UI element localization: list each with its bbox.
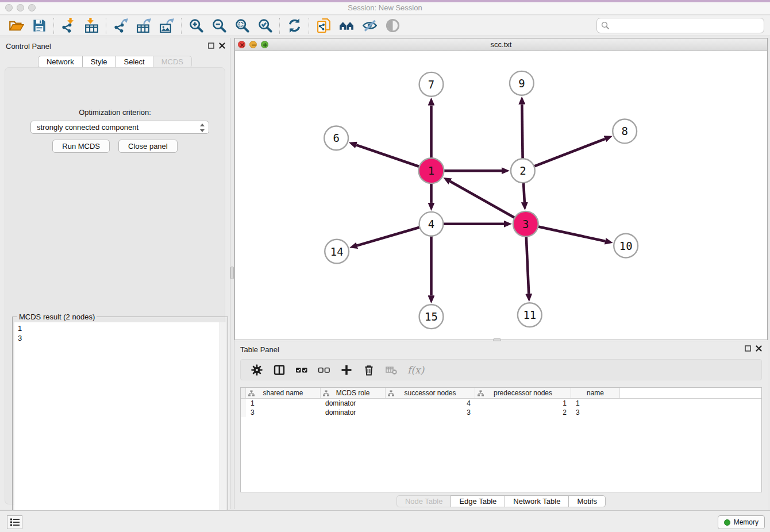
criterion-select[interactable]: strongly connected component: [30, 121, 209, 134]
tab-network-table[interactable]: Network Table: [505, 495, 569, 507]
close-panel-button[interactable]: Close panel: [118, 140, 178, 153]
mcds-result-text[interactable]: 1 3: [14, 322, 219, 532]
graph-edge-2-3[interactable]: [523, 181, 525, 202]
show-all-button[interactable]: [381, 17, 404, 35]
graph-node-label-11: 11: [523, 309, 536, 321]
export-table-icon: [136, 18, 152, 33]
network-window-titlebar[interactable]: scc.txt: [235, 38, 767, 51]
cell-mcds-role: dominator: [321, 408, 386, 417]
export-network-icon: [113, 18, 129, 33]
memory-button[interactable]: Memory: [718, 515, 765, 529]
tab-mcds[interactable]: MCDS: [153, 56, 192, 68]
export-table-button[interactable]: [132, 17, 155, 35]
node-table: shared nameMCDS rolesuccessor nodesprede…: [240, 387, 762, 492]
graph-edge-3-11[interactable]: [526, 235, 529, 294]
network-graph[interactable]: 7968124314101511: [235, 51, 767, 340]
column-header-predecessor-nodes[interactable]: predecessor nodes: [475, 388, 571, 398]
zoom-out-button[interactable]: [207, 17, 230, 35]
column-header-label: name: [587, 389, 604, 397]
export-network-button[interactable]: [109, 17, 132, 35]
double-home-icon: [339, 18, 355, 33]
table-panel-tabset: Node Table Edge Table Network Table Moti…: [396, 495, 606, 507]
status-bar: Memory: [0, 510, 770, 532]
column-header-shared-name[interactable]: shared name: [246, 388, 321, 398]
clone-network-icon: [316, 18, 332, 33]
zoom-fit-button[interactable]: [230, 17, 253, 35]
save-session-button[interactable]: [28, 17, 51, 35]
vertical-splitter[interactable]: [230, 38, 234, 509]
result-scrollbar[interactable]: [220, 322, 226, 532]
column-type-icon: [388, 390, 394, 396]
close-table-panel-icon[interactable]: [756, 345, 762, 352]
tab-style[interactable]: Style: [82, 56, 116, 68]
graph-node-label-9: 9: [518, 77, 525, 90]
tab-edge-table[interactable]: Edge Table: [451, 495, 505, 507]
control-panel-title: Control Panel: [6, 42, 51, 51]
import-table-button[interactable]: [80, 17, 103, 35]
graph-node-label-8: 8: [621, 125, 627, 137]
graph-edge-2-9[interactable]: [522, 105, 522, 161]
row-gutter: [241, 408, 246, 417]
cell-name: 3: [571, 408, 620, 417]
graph-edge-1-6[interactable]: [356, 145, 421, 167]
run-mcds-button[interactable]: Run MCDS: [52, 140, 110, 153]
graph-node-label-7: 7: [428, 78, 434, 91]
table-corner-gutter: [241, 388, 246, 398]
column-type-icon: [478, 390, 484, 396]
apply-layout-button[interactable]: [283, 17, 306, 35]
task-history-button[interactable]: [7, 515, 22, 529]
new-network-from-selection-button[interactable]: [312, 17, 335, 35]
select-stepper-icon: [199, 123, 205, 133]
float-panel-icon[interactable]: [208, 43, 214, 49]
close-panel-icon[interactable]: [219, 43, 225, 49]
horizontal-splitter-grip[interactable]: [493, 338, 501, 341]
tab-motifs[interactable]: Motifs: [568, 495, 606, 507]
optimization-criterion-label: Optimization criterion:: [5, 108, 225, 117]
graph-node-label-1: 1: [428, 164, 434, 177]
graph-edge-4-14[interactable]: [357, 227, 421, 246]
network-canvas[interactable]: 7968124314101511: [235, 51, 767, 340]
select-all-button[interactable]: [295, 364, 308, 376]
zoom-in-button[interactable]: [184, 17, 207, 35]
deselect-all-button[interactable]: [318, 364, 330, 376]
window-title: Session: New Session: [0, 3, 770, 12]
zoom-selected-button[interactable]: [253, 17, 276, 35]
toolbar-separator: [309, 18, 309, 34]
first-neighbors-button[interactable]: [335, 17, 358, 35]
open-session-button[interactable]: [5, 17, 28, 35]
function-builder-button[interactable]: f(x): [407, 364, 424, 376]
import-network-icon: [61, 18, 76, 33]
column-header-mcds-role[interactable]: MCDS role: [321, 388, 386, 398]
add-column-button[interactable]: [340, 364, 353, 376]
graph-edge-2-8[interactable]: [533, 139, 605, 167]
titlebar-accent: [0, 0, 770, 2]
fx-icon: f(x): [407, 364, 424, 376]
table-toolbar: f(x): [240, 359, 762, 380]
cell-shared-name: 3: [246, 408, 321, 417]
search-input[interactable]: [596, 18, 764, 33]
splitter-grip[interactable]: [230, 267, 234, 279]
hide-selected-button[interactable]: [358, 17, 381, 35]
select-all-icon: [295, 364, 308, 376]
tab-select[interactable]: Select: [116, 56, 153, 68]
tab-network[interactable]: Network: [38, 56, 83, 68]
graph-edge-3-10[interactable]: [536, 226, 605, 241]
delete-table-button[interactable]: [385, 364, 398, 376]
mcds-result-title: MCDS result (2 nodes): [17, 313, 97, 321]
table-row-2[interactable]: 3dominator323: [241, 408, 761, 417]
graph-edge-3-1[interactable]: [450, 182, 516, 219]
cell-name: 1: [571, 399, 620, 408]
column-header-name[interactable]: name: [571, 388, 620, 398]
tab-node-table[interactable]: Node Table: [396, 495, 452, 507]
import-network-button[interactable]: [57, 17, 80, 35]
zoom-fit-icon: [234, 18, 250, 33]
cell-successor-nodes: 4: [386, 399, 475, 408]
eye-slash-icon: [362, 18, 378, 33]
float-table-panel-icon[interactable]: [745, 345, 751, 352]
column-header-successor-nodes[interactable]: successor nodes: [386, 388, 475, 398]
export-image-button[interactable]: [155, 17, 178, 35]
show-columns-button[interactable]: [273, 364, 286, 376]
table-mode-gear-button[interactable]: [251, 364, 263, 376]
delete-columns-button[interactable]: [363, 364, 375, 376]
table-row-1[interactable]: 1dominator411: [241, 399, 761, 408]
